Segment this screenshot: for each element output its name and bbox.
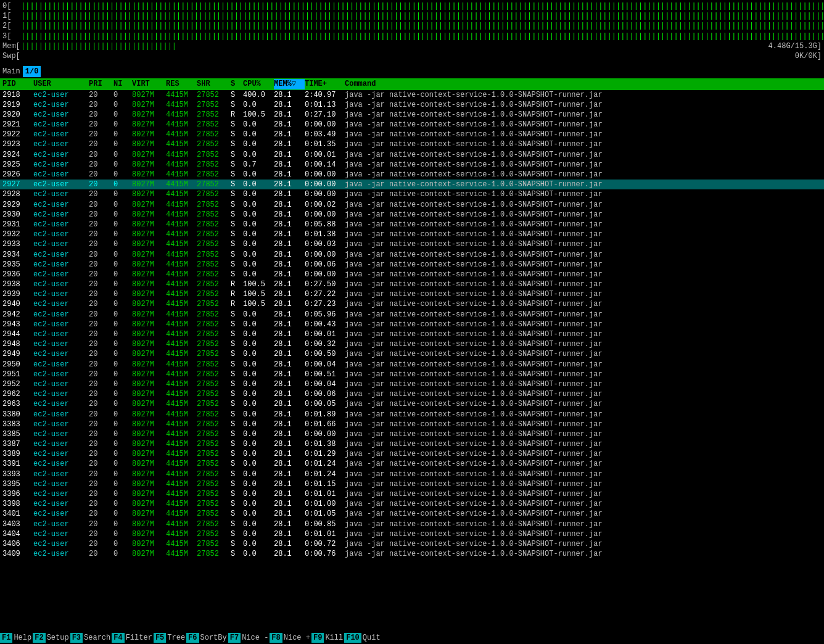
- table-row[interactable]: 3404 ec2-user 20 0 8027M 4415M 27852 S 0…: [0, 529, 824, 539]
- table-row[interactable]: 2942 ec2-user 20 0 8027M 4415M 27852 S 0…: [0, 310, 824, 320]
- ni-cell: 0: [113, 549, 132, 559]
- time-cell: 0:00.00: [305, 170, 345, 180]
- header-cpu[interactable]: CPU%: [243, 79, 274, 89]
- table-row[interactable]: 3403 ec2-user 20 0 8027M 4415M 27852 S 0…: [0, 519, 824, 529]
- table-row[interactable]: 2963 ec2-user 20 0 8027M 4415M 27852 S 0…: [0, 399, 824, 409]
- cmd-cell: java -jar native-context-service-1.0.0-S…: [345, 320, 822, 329]
- table-row[interactable]: 2950 ec2-user 20 0 8027M 4415M 27852 S 0…: [0, 360, 824, 369]
- pid-cell: 2926: [2, 170, 33, 180]
- table-row[interactable]: 2949 ec2-user 20 0 8027M 4415M 27852 S 0…: [0, 349, 824, 359]
- cmd-cell: java -jar native-context-service-1.0.0-S…: [345, 449, 822, 459]
- table-row[interactable]: 2935 ec2-user 20 0 8027M 4415M 27852 S 0…: [0, 260, 824, 270]
- table-row[interactable]: 2962 ec2-user 20 0 8027M 4415M 27852 S 0…: [0, 389, 824, 399]
- table-row[interactable]: 2923 ec2-user 20 0 8027M 4415M 27852 S 0…: [0, 139, 824, 149]
- active-tab[interactable]: 1/0: [23, 66, 41, 77]
- cmd-cell: java -jar native-context-service-1.0.0-S…: [345, 139, 822, 149]
- table-row[interactable]: 2929 ec2-user 20 0 8027M 4415M 27852 S 0…: [0, 200, 824, 210]
- table-row[interactable]: 3396 ec2-user 20 0 8027M 4415M 27852 S 0…: [0, 489, 824, 499]
- cpu-cell: 0.0: [243, 120, 274, 130]
- user-cell: ec2-user: [33, 489, 89, 499]
- table-row[interactable]: 2943 ec2-user 20 0 8027M 4415M 27852 S 0…: [0, 320, 824, 329]
- table-row[interactable]: 3383 ec2-user 20 0 8027M 4415M 27852 S 0…: [0, 419, 824, 429]
- table-row[interactable]: 3409 ec2-user 20 0 8027M 4415M 27852 S 0…: [0, 549, 824, 559]
- bottom-key-quit[interactable]: F10Quit: [344, 633, 381, 643]
- bottom-key-search[interactable]: F3Search: [70, 633, 112, 643]
- table-row[interactable]: 2927 ec2-user 20 0 8027M 4415M 27852 S 0…: [0, 180, 824, 189]
- table-row[interactable]: 3387 ec2-user 20 0 8027M 4415M 27852 S 0…: [0, 439, 824, 449]
- header-user[interactable]: USER: [33, 79, 89, 89]
- header-ni[interactable]: NI: [113, 79, 132, 89]
- table-row[interactable]: 2928 ec2-user 20 0 8027M 4415M 27852 S 0…: [0, 189, 824, 199]
- bottom-key-tree[interactable]: F5Tree: [154, 633, 186, 643]
- table-row[interactable]: 2938 ec2-user 20 0 8027M 4415M 27852 R 1…: [0, 279, 824, 289]
- bottom-key-filter[interactable]: F4Filter: [112, 633, 154, 643]
- table-row[interactable]: 2918 ec2-user 20 0 8027M 4415M 27852 S 4…: [0, 90, 824, 100]
- cmd-cell: java -jar native-context-service-1.0.0-S…: [345, 299, 822, 309]
- header-time[interactable]: TIME+: [305, 79, 345, 89]
- bottom-key-nice-[interactable]: F7Nice -: [228, 633, 270, 643]
- table-row[interactable]: 3385 ec2-user 20 0 8027M 4415M 27852 S 0…: [0, 429, 824, 439]
- table-row[interactable]: 3393 ec2-user 20 0 8027M 4415M 27852 S 0…: [0, 469, 824, 479]
- table-row[interactable]: 2951 ec2-user 20 0 8027M 4415M 27852 S 0…: [0, 369, 824, 379]
- res-cell: 4415M: [166, 150, 197, 160]
- header-mem[interactable]: MEM%▽: [274, 79, 305, 89]
- header-cmd[interactable]: Command: [345, 79, 822, 89]
- bottom-key-nice+[interactable]: F8Nice +: [270, 633, 311, 643]
- table-row[interactable]: 2944 ec2-user 20 0 8027M 4415M 27852 S 0…: [0, 329, 824, 339]
- time-cell: 0:01.35: [305, 139, 345, 149]
- cpu1-label: 1[: [2, 11, 21, 21]
- user-cell: ec2-user: [33, 100, 89, 110]
- table-row[interactable]: 2948 ec2-user 20 0 8027M 4415M 27852 S 0…: [0, 339, 824, 349]
- table-row[interactable]: 2939 ec2-user 20 0 8027M 4415M 27852 R 1…: [0, 289, 824, 299]
- table-row[interactable]: 3380 ec2-user 20 0 8027M 4415M 27852 S 0…: [0, 410, 824, 419]
- table-row[interactable]: 3398 ec2-user 20 0 8027M 4415M 27852 S 0…: [0, 499, 824, 509]
- pri-cell: 20: [89, 549, 113, 559]
- ni-cell: 0: [113, 329, 132, 339]
- table-row[interactable]: 2924 ec2-user 20 0 8027M 4415M 27852 S 0…: [0, 150, 824, 160]
- table-row[interactable]: 2926 ec2-user 20 0 8027M 4415M 27852 S 0…: [0, 170, 824, 180]
- cmd-cell: java -jar native-context-service-1.0.0-S…: [345, 410, 822, 419]
- table-row[interactable]: 2933 ec2-user 20 0 8027M 4415M 27852 S 0…: [0, 239, 824, 249]
- table-row[interactable]: 2925 ec2-user 20 0 8027M 4415M 27852 S 0…: [0, 160, 824, 170]
- user-cell: ec2-user: [33, 220, 89, 229]
- shr-cell: 27852: [197, 120, 231, 130]
- bottom-key-sortby[interactable]: F6SortBy: [186, 633, 228, 643]
- table-row[interactable]: 2931 ec2-user 20 0 8027M 4415M 27852 S 0…: [0, 220, 824, 229]
- time-cell: 0:00.32: [305, 339, 345, 349]
- cpu-cell: 0.0: [243, 479, 274, 489]
- table-row[interactable]: 2952 ec2-user 20 0 8027M 4415M 27852 S 0…: [0, 379, 824, 389]
- pri-cell: 20: [89, 239, 113, 249]
- bottom-key-help[interactable]: F1Help: [0, 633, 33, 643]
- table-row[interactable]: 3395 ec2-user 20 0 8027M 4415M 27852 S 0…: [0, 479, 824, 489]
- table-row[interactable]: 2940 ec2-user 20 0 8027M 4415M 27852 R 1…: [0, 299, 824, 309]
- table-row[interactable]: 3391 ec2-user 20 0 8027M 4415M 27852 S 0…: [0, 459, 824, 469]
- table-row[interactable]: 2921 ec2-user 20 0 8027M 4415M 27852 S 0…: [0, 120, 824, 130]
- table-row[interactable]: 2930 ec2-user 20 0 8027M 4415M 27852 S 0…: [0, 210, 824, 220]
- table-row[interactable]: 3406 ec2-user 20 0 8027M 4415M 27852 S 0…: [0, 539, 824, 549]
- table-row[interactable]: 2934 ec2-user 20 0 8027M 4415M 27852 S 0…: [0, 250, 824, 260]
- res-cell: 4415M: [166, 200, 197, 210]
- header-virt[interactable]: VIRT: [132, 79, 166, 89]
- table-row[interactable]: 2922 ec2-user 20 0 8027M 4415M 27852 S 0…: [0, 130, 824, 139]
- pri-cell: 20: [89, 130, 113, 139]
- table-row[interactable]: 3389 ec2-user 20 0 8027M 4415M 27852 S 0…: [0, 449, 824, 459]
- header-pri[interactable]: PRI: [89, 79, 113, 89]
- table-row[interactable]: 2932 ec2-user 20 0 8027M 4415M 27852 S 0…: [0, 229, 824, 239]
- shr-cell: 27852: [197, 360, 231, 369]
- header-shr[interactable]: SHR: [197, 79, 231, 89]
- header-pid[interactable]: PID: [2, 79, 33, 89]
- bottom-key-setup[interactable]: F2Setup: [33, 633, 70, 643]
- table-row[interactable]: 2936 ec2-user 20 0 8027M 4415M 27852 S 0…: [0, 270, 824, 279]
- cpu-cell: 0.0: [243, 379, 274, 389]
- table-row[interactable]: 3401 ec2-user 20 0 8027M 4415M 27852 S 0…: [0, 509, 824, 519]
- table-row[interactable]: 2919 ec2-user 20 0 8027M 4415M 27852 S 0…: [0, 100, 824, 110]
- bottom-key-kill[interactable]: F9Kill: [311, 633, 344, 643]
- table-row[interactable]: 2920 ec2-user 20 0 8027M 4415M 27852 R 1…: [0, 110, 824, 120]
- terminal-screen: 0[ |||||||||||||||||||||||||||||||||||||…: [0, 0, 824, 559]
- shr-cell: 27852: [197, 529, 231, 539]
- header-res[interactable]: RES: [166, 79, 197, 89]
- mem-cell: 28.1: [274, 459, 305, 469]
- header-s[interactable]: S: [231, 79, 243, 89]
- pid-cell: 2943: [2, 320, 33, 329]
- shr-cell: 27852: [197, 509, 231, 519]
